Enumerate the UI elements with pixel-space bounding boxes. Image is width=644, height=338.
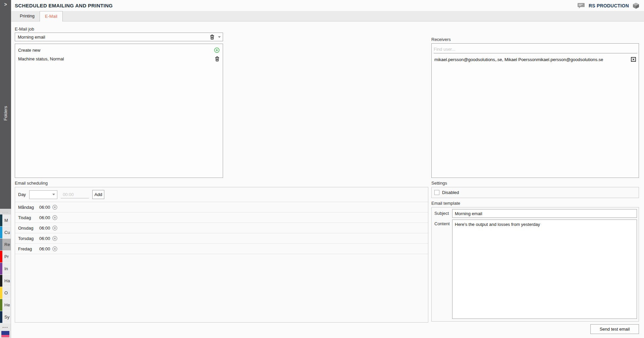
schedule-time: 06:00 bbox=[39, 246, 50, 251]
day-select[interactable] bbox=[29, 190, 57, 199]
page-title: SCHEDULED EMAILING AND PRINTING bbox=[15, 3, 113, 8]
sidebar-item-label: Ha bbox=[4, 275, 11, 287]
scheduling-toolbar: Day Add bbox=[15, 187, 428, 202]
chevron-down-icon bbox=[218, 36, 221, 38]
delete-job-button[interactable] bbox=[208, 34, 216, 40]
brand-name: RS PRODUCTION bbox=[589, 3, 629, 8]
sidebar-nav: M Cu Re Pr In Ha bbox=[0, 209, 11, 338]
sidebar-grip-handle[interactable] bbox=[0, 209, 11, 214]
sidebar-item-in[interactable]: In bbox=[0, 263, 11, 275]
x-circle-icon[interactable] bbox=[52, 226, 57, 231]
time-input[interactable] bbox=[61, 191, 89, 198]
x-circle-icon[interactable] bbox=[52, 205, 57, 210]
send-test-email-button[interactable]: Send test email bbox=[590, 324, 639, 334]
sidebar-item-label: He bbox=[4, 299, 11, 311]
sidebar-item-sy[interactable]: Sy bbox=[0, 311, 11, 323]
settings-box: Disabled bbox=[431, 187, 639, 198]
email-template-box: Subject Content Here's the output and lo… bbox=[431, 207, 639, 322]
dropdown-caret-button[interactable] bbox=[216, 36, 223, 38]
color-stripe bbox=[0, 287, 2, 299]
schedule-row-mandag: Måndag 06:00 bbox=[15, 202, 428, 212]
list-item-create-new[interactable]: Create new bbox=[15, 46, 223, 54]
color-stripe bbox=[0, 214, 2, 226]
box-x-icon[interactable] bbox=[631, 57, 636, 62]
tab-printing[interactable]: Printing bbox=[15, 11, 40, 21]
list-item-label: Create new bbox=[18, 48, 214, 53]
schedule-row-torsdag: Torsdag 06:00 bbox=[15, 233, 428, 244]
trash-icon[interactable] bbox=[215, 56, 220, 61]
sidebar-item-label: Re bbox=[4, 239, 11, 250]
disabled-checkbox-label: Disabled bbox=[442, 190, 459, 195]
email-scheduling-label: Email scheduling bbox=[15, 181, 48, 186]
schedule-row-onsdag: Onsdag 06:00 bbox=[15, 223, 428, 233]
schedule-time: 06:00 bbox=[39, 205, 50, 210]
trash-icon bbox=[210, 34, 215, 40]
sidebar-item-cu[interactable]: Cu bbox=[0, 227, 11, 239]
color-stripe bbox=[0, 251, 2, 262]
subject-input[interactable] bbox=[452, 209, 637, 218]
color-stripe bbox=[0, 275, 2, 287]
x-circle-icon[interactable] bbox=[52, 246, 57, 251]
sidebar-item-pr[interactable]: Pr bbox=[0, 251, 11, 263]
folders-vertical-label[interactable]: Folders bbox=[3, 100, 8, 127]
add-schedule-button[interactable]: Add bbox=[92, 190, 104, 199]
x-circle-icon[interactable] bbox=[52, 215, 57, 220]
color-stripe bbox=[0, 299, 2, 311]
email-job-dropdown[interactable]: Morning email bbox=[15, 33, 223, 41]
schedule-day: Fredag bbox=[18, 246, 39, 251]
list-item-machine-status[interactable]: Machine status, Normal bbox=[15, 54, 223, 63]
receiver-text: mikael.persson@goodsolutions,.se, Mikael… bbox=[434, 57, 631, 62]
sidebar-item-m[interactable]: M bbox=[0, 214, 11, 227]
settings-label: Settings bbox=[431, 181, 447, 186]
folders-panel: > Folders bbox=[0, 0, 11, 209]
color-stripe bbox=[0, 263, 2, 275]
expand-sidebar-chevron-icon[interactable]: > bbox=[0, 2, 11, 7]
sidebar-item-label: Cu bbox=[4, 227, 11, 238]
receiver-entry: mikael.persson@goodsolutions,.se, Mikael… bbox=[432, 55, 639, 63]
list-item-label: Machine status, Normal bbox=[18, 56, 215, 61]
sidebar-item-ha[interactable]: Ha bbox=[0, 275, 11, 287]
brand-flag-logo[interactable] bbox=[1, 331, 9, 337]
schedule-day: Måndag bbox=[18, 205, 39, 210]
schedule-row-tisdag: Tisdag 06:00 bbox=[15, 212, 428, 223]
sidebar-item-he[interactable]: He bbox=[0, 299, 11, 311]
disabled-checkbox[interactable] bbox=[434, 190, 439, 195]
receivers-label: Receivers bbox=[431, 37, 451, 42]
content-label: Content bbox=[434, 221, 450, 226]
email-job-selected-value: Morning email bbox=[15, 35, 208, 40]
find-user-input[interactable] bbox=[434, 45, 637, 53]
schedule-row-fredag: Fredag 06:00 bbox=[15, 244, 428, 254]
schedule-time: 06:00 bbox=[39, 226, 50, 231]
email-job-list: Create new Machine status, Normal bbox=[15, 44, 223, 178]
sidebar: > Folders M Cu Re Pr In bbox=[0, 0, 11, 338]
app-root: > Folders M Cu Re Pr In bbox=[0, 0, 644, 338]
header-right: RS PRODUCTION bbox=[577, 2, 639, 9]
schedule-time: 06:00 bbox=[39, 215, 50, 220]
color-stripe bbox=[0, 227, 2, 238]
tab-email[interactable]: E-Mail bbox=[40, 11, 63, 21]
sidebar-item-label: Pr bbox=[4, 251, 11, 262]
color-stripe bbox=[0, 239, 2, 250]
sidebar-item-label: O bbox=[4, 287, 11, 299]
cube-icon[interactable] bbox=[633, 2, 639, 9]
receivers-box: mikael.persson@goodsolutions,.se, Mikael… bbox=[431, 43, 639, 178]
header: SCHEDULED EMAILING AND PRINTING RS PRODU… bbox=[11, 0, 644, 11]
email-scheduling-panel: Day Add Måndag 06:00 Tisdag 06:00 Onsda bbox=[15, 187, 428, 323]
sidebar-item-label: M bbox=[4, 214, 11, 226]
schedule-time: 06:00 bbox=[39, 236, 50, 241]
x-circle-icon[interactable] bbox=[52, 236, 57, 241]
content-textarea[interactable]: Here's the output and losses from yester… bbox=[452, 220, 637, 319]
email-template-label: Email template bbox=[431, 201, 460, 206]
sidebar-item-re[interactable]: Re bbox=[0, 239, 11, 251]
subject-label: Subject bbox=[434, 211, 449, 216]
sidebar-item-label: In bbox=[4, 263, 11, 275]
schedule-day: Torsdag bbox=[18, 236, 39, 241]
chat-bubble-icon[interactable] bbox=[577, 3, 585, 8]
schedule-day: Tisdag bbox=[18, 215, 39, 220]
plus-circle-icon[interactable] bbox=[214, 47, 220, 53]
sidebar-item-o[interactable]: O bbox=[0, 287, 11, 299]
color-stripe bbox=[0, 311, 2, 323]
sidebar-item-label: Sy bbox=[4, 311, 11, 323]
tab-strip: Printing E-Mail bbox=[11, 11, 644, 21]
chevron-down-icon bbox=[52, 194, 55, 195]
